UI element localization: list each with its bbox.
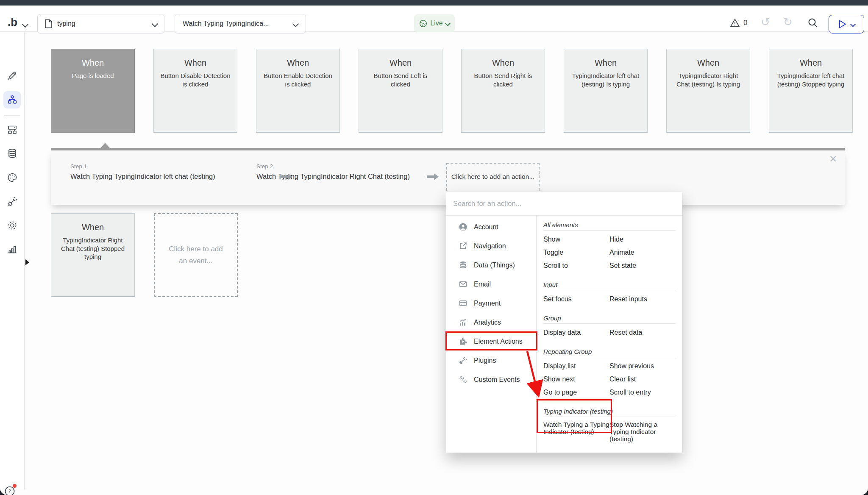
action-reset-data[interactable]: Reset data (609, 326, 676, 339)
sidebar-item-components[interactable] (3, 121, 21, 138)
page-selector-dropdown[interactable]: typing (37, 14, 164, 33)
category-account[interactable]: Account (446, 217, 536, 236)
action-clear-list[interactable]: Clear list (609, 373, 676, 386)
action-watch-typing-indicator[interactable]: Watch Typing a Typing Indicator (testing… (543, 417, 609, 448)
event-card-title: When (359, 58, 442, 68)
sidebar-item-design[interactable] (3, 67, 21, 84)
sidebar-item-settings[interactable] (3, 217, 21, 234)
sidebar-divider (4, 115, 20, 116)
action-search-bar (446, 192, 682, 216)
category-label: Email (474, 281, 491, 288)
play-icon (838, 19, 847, 29)
category-analytics[interactable]: Analytics (446, 313, 536, 332)
action-scroll-to[interactable]: Scroll to (543, 259, 609, 272)
action-animate[interactable]: Animate (609, 246, 676, 259)
event-card-title: When (769, 58, 852, 68)
category-email[interactable]: Email (446, 275, 536, 294)
section-header-typing-indicator: Typing Indicator (testing) (543, 402, 676, 417)
plug-icon (459, 356, 467, 365)
event-card-right-is-typing[interactable]: When TypingIndicator Right Chat (testing… (666, 49, 750, 133)
undo-button[interactable]: ↺ (761, 17, 770, 28)
category-plugins[interactable]: Plugins (446, 351, 536, 370)
step1-label: Step 1 (70, 163, 87, 170)
event-card-page-loaded[interactable]: When Page is loaded (51, 49, 135, 133)
sidebar-item-logs[interactable] (3, 240, 21, 258)
help-button[interactable]: ? (4, 485, 16, 495)
event-card-right-stopped-typing[interactable]: When TypingIndicator Right Chat (testing… (51, 213, 135, 297)
add-action-label: Click here to add an action... (447, 173, 539, 181)
action-show-previous[interactable]: Show previous (609, 359, 676, 373)
event-card-title: When (667, 58, 750, 68)
email-icon (459, 280, 467, 289)
credit-card-icon (459, 299, 467, 308)
category-label: Plugins (474, 357, 496, 364)
event-card-left-is-typing[interactable]: When TypingIndicator left chat (testing)… (564, 49, 648, 133)
step2-label: Step 2 (256, 163, 273, 170)
category-label: Payment (474, 300, 501, 307)
category-label: Custom Events (474, 376, 520, 384)
selected-event-pointer (100, 143, 110, 148)
step-arrow-icon (426, 172, 440, 183)
event-card-title: When (154, 58, 237, 68)
page-icon (45, 19, 53, 28)
category-data-things[interactable]: Data (Things) (446, 256, 536, 275)
section-header-all-elements: All elements (543, 216, 676, 231)
issue-checker[interactable]: 0 (730, 18, 747, 28)
logo-chevron-down-icon[interactable] (23, 21, 28, 28)
category-element-actions[interactable]: Element Actions (446, 332, 536, 351)
database-icon (459, 261, 467, 270)
event-card-button-disable[interactable]: When Button Disable Detection is clicked (153, 49, 237, 133)
close-panel-icon[interactable]: ✕ (829, 153, 837, 165)
event-card-button-enable[interactable]: When Button Enable Detection is clicked (256, 49, 340, 133)
event-card-subtitle: TypingIndicator Right Chat (testing) Sto… (51, 236, 134, 261)
event-card-title: When (462, 58, 545, 68)
action-set-state[interactable]: Set state (609, 259, 676, 272)
add-event-placeholder[interactable]: Click here to add an event... (154, 213, 238, 297)
event-card-subtitle: Page is loaded (51, 72, 134, 80)
action-display-data[interactable]: Display data (543, 326, 609, 339)
action-search-input[interactable] (446, 200, 682, 208)
top-toolbar: .b typing Watch Typing TypingIndica... L… (0, 6, 868, 32)
action-show[interactable]: Show (543, 233, 609, 246)
workflow-selector-dropdown[interactable]: Watch Typing TypingIndica... (175, 14, 306, 33)
action-set-focus[interactable]: Set focus (543, 292, 609, 306)
action-go-to-page[interactable]: Go to page (543, 386, 609, 399)
add-event-label: Click here to add an event... (155, 243, 237, 267)
event-card-left-stopped-typing[interactable]: When TypingIndicator left chat (testing)… (769, 49, 853, 133)
action-hide[interactable]: Hide (609, 233, 676, 246)
category-label: Data (Things) (474, 261, 515, 269)
category-custom-events[interactable]: Custom Events (446, 370, 536, 389)
redo-button[interactable]: ↻ (783, 17, 793, 28)
category-navigation[interactable]: Navigation (446, 236, 536, 256)
action-stop-watching-typing-indicator[interactable]: Stop Watching a Typing Indicator (testin… (609, 417, 676, 448)
action-scroll-to-entry[interactable]: Scroll to entry (609, 386, 676, 399)
warning-triangle-icon (730, 18, 740, 28)
event-card-subtitle: TypingIndicator left chat (testing) Is t… (564, 72, 647, 88)
event-card-title: When (51, 58, 134, 68)
bubble-logo[interactable]: .b (8, 16, 17, 29)
preview-run-button[interactable] (829, 15, 864, 33)
action-show-next[interactable]: Show next (543, 373, 609, 386)
sidebar-item-workflow[interactable] (3, 91, 21, 108)
action-reset-inputs[interactable]: Reset inputs (609, 292, 676, 306)
run-chevron-icon (850, 22, 856, 27)
category-payment[interactable]: Payment (446, 294, 536, 313)
sidebar-item-styles[interactable] (3, 169, 21, 186)
event-card-button-send-left[interactable]: When Button Send Left is clicked (359, 49, 442, 133)
sidebar-collapse-handle[interactable] (25, 259, 29, 265)
search-button[interactable] (807, 17, 818, 30)
workflow-selector-chevron-icon (292, 20, 299, 27)
sidebar-item-data[interactable] (3, 145, 21, 162)
environment-live-badge[interactable]: Live (414, 14, 455, 32)
live-chevron-icon (445, 21, 451, 26)
action-toggle[interactable]: Toggle (543, 246, 609, 259)
event-card-subtitle: TypingIndicator left chat (testing) Stop… (769, 72, 852, 88)
puzzle-bolt-icon (459, 337, 467, 346)
section-header-input: Input (543, 275, 676, 290)
event-card-subtitle: Button Disable Detection is clicked (154, 72, 237, 88)
sidebar-item-plugins[interactable] (3, 193, 21, 210)
action-display-list[interactable]: Display list (543, 359, 609, 373)
category-label: Account (474, 223, 498, 231)
event-card-button-send-right[interactable]: When Button Send Right is clicked (461, 49, 545, 133)
step1-title[interactable]: Watch Typing TypingIndicator left chat (… (70, 172, 215, 181)
